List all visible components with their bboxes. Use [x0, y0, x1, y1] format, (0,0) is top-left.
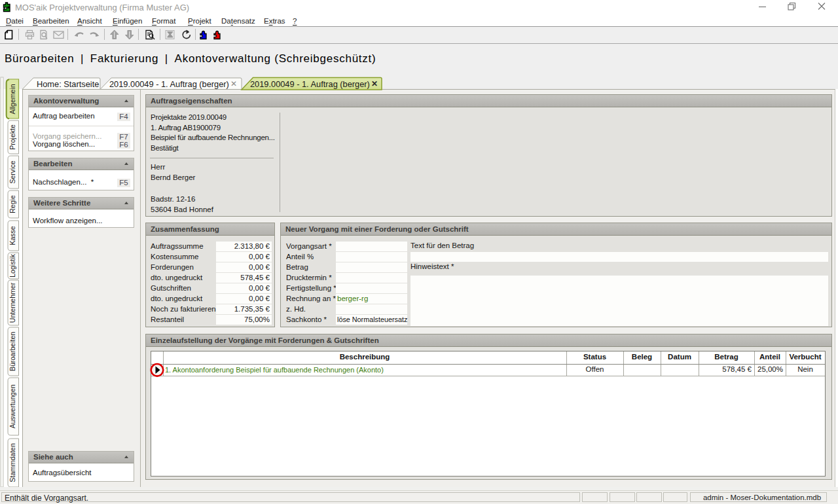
- svg-text:Allgemein: Allgemein: [9, 84, 16, 114]
- svg-text:Service: Service: [9, 160, 16, 183]
- svg-text:Stammdaten: Stammdaten: [9, 443, 16, 482]
- svg-text:Kasse: Kasse: [9, 226, 16, 245]
- svg-text:Logistik: Logistik: [9, 253, 16, 277]
- svg-text:Büroarbeiten: Büroarbeiten: [9, 332, 16, 371]
- svg-text:Projekte: Projekte: [9, 124, 16, 150]
- svg-text:Auswertungen: Auswertungen: [9, 384, 16, 428]
- svg-text:Regie: Regie: [9, 195, 16, 213]
- svg-text:Unternehmer: Unternehmer: [9, 282, 16, 323]
